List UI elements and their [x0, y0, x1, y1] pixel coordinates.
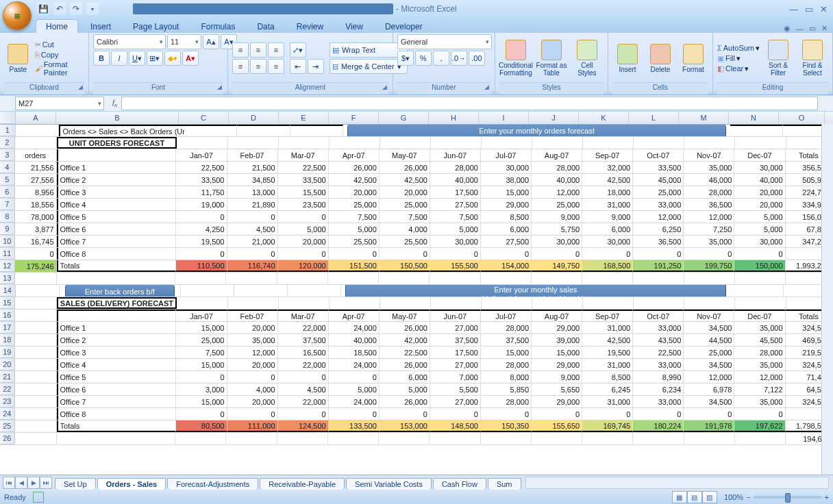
- close-button[interactable]: ✕: [820, 4, 828, 14]
- cell[interactable]: Totals: [57, 420, 177, 432]
- cell[interactable]: 11,750: [176, 186, 227, 198]
- cell[interactable]: 18,000: [582, 186, 633, 198]
- cell[interactable]: 30,000: [481, 162, 532, 173]
- cell[interactable]: [15, 420, 57, 432]
- cell[interactable]: Apr-07: [329, 149, 380, 161]
- cell[interactable]: Dec-07: [734, 149, 785, 161]
- cell[interactable]: 7,500: [430, 211, 481, 223]
- help-icon[interactable]: ◉: [784, 24, 791, 33]
- cell[interactable]: 43,500: [633, 334, 684, 346]
- cell[interactable]: Office 7: [57, 236, 177, 247]
- cell[interactable]: 28,000: [532, 162, 582, 173]
- cell[interactable]: 7,500: [329, 211, 380, 223]
- cell[interactable]: 42,500: [582, 174, 633, 186]
- cell[interactable]: 19,500: [176, 236, 227, 247]
- cell[interactable]: 15,000: [176, 359, 227, 370]
- cell[interactable]: 23,500: [278, 199, 329, 210]
- cell[interactable]: 4,000: [380, 223, 430, 235]
- cell[interactable]: 15,000: [176, 322, 227, 333]
- cell[interactable]: 40,000: [734, 174, 785, 186]
- cell[interactable]: Office 8: [57, 248, 177, 260]
- row-header-26[interactable]: 26: [0, 433, 15, 444]
- col-header-O[interactable]: O: [779, 112, 825, 124]
- cell[interactable]: [735, 273, 786, 284]
- cell[interactable]: [184, 125, 238, 136]
- row-header-19[interactable]: 19: [0, 346, 15, 358]
- cell[interactable]: [380, 137, 431, 149]
- cell[interactable]: 25,000: [380, 199, 430, 210]
- fx-icon[interactable]: fx: [112, 98, 117, 108]
- cell[interactable]: Aug-07: [532, 149, 582, 161]
- align-bottom-button[interactable]: ≡: [268, 42, 284, 58]
- zoom-in-button[interactable]: +: [825, 493, 829, 501]
- maximize-button[interactable]: ▭: [805, 4, 813, 14]
- vertical-scrollbar[interactable]: [821, 124, 833, 475]
- cell[interactable]: 42,500: [380, 174, 430, 186]
- cell[interactable]: 0: [430, 408, 481, 420]
- cell[interactable]: 0: [176, 371, 227, 383]
- cell[interactable]: 21,890: [227, 199, 278, 210]
- cell[interactable]: 38,000: [481, 174, 532, 186]
- cell[interactable]: 150,350: [481, 420, 532, 432]
- select-all-corner[interactable]: [0, 112, 16, 124]
- cell[interactable]: Oct-07: [633, 310, 684, 321]
- cell[interactable]: 6,000: [481, 223, 532, 235]
- cell[interactable]: [177, 137, 227, 149]
- cell[interactable]: 35,000: [734, 322, 785, 333]
- cell[interactable]: [228, 137, 279, 149]
- cell[interactable]: 29,000: [532, 396, 582, 407]
- cell[interactable]: 29,000: [532, 322, 582, 333]
- zoom-level[interactable]: 100%: [724, 493, 743, 501]
- formula-input[interactable]: [121, 97, 818, 110]
- cell[interactable]: 42,500: [329, 174, 380, 186]
- cell[interactable]: [482, 297, 532, 309]
- cell[interactable]: 9,000: [532, 371, 582, 383]
- cell[interactable]: 175,246: [15, 260, 57, 272]
- cell[interactable]: 5,000: [430, 223, 481, 235]
- cell[interactable]: [175, 433, 226, 444]
- cell[interactable]: 0: [278, 211, 329, 223]
- cell[interactable]: 28,000: [481, 359, 532, 370]
- cell[interactable]: [730, 125, 784, 136]
- view-page-layout-button[interactable]: ▤: [687, 491, 702, 503]
- cell[interactable]: 5,000: [329, 223, 380, 235]
- cell[interactable]: [431, 137, 482, 149]
- cell[interactable]: Office 8: [57, 408, 177, 420]
- cell[interactable]: 110,500: [176, 260, 227, 272]
- col-header-H[interactable]: H: [429, 112, 479, 124]
- sheet-nav-prev[interactable]: ◀: [15, 477, 27, 489]
- cell[interactable]: 26,000: [380, 162, 430, 173]
- cell[interactable]: May-07: [380, 310, 430, 321]
- cell[interactable]: 37,500: [278, 334, 329, 346]
- row-header-17[interactable]: 17: [0, 322, 15, 333]
- cell[interactable]: [290, 125, 344, 136]
- sheet-tab[interactable]: Cash Flow: [433, 478, 486, 490]
- cell[interactable]: Office 1: [57, 162, 177, 173]
- cell[interactable]: 35,000: [734, 396, 785, 407]
- cell[interactable]: 120,000: [278, 260, 329, 272]
- sort-filter-button[interactable]: Sort & Filter: [762, 35, 794, 81]
- cell[interactable]: 197,622: [734, 420, 785, 432]
- cell[interactable]: Office 5: [57, 211, 177, 223]
- cell[interactable]: 45,000: [633, 174, 684, 186]
- col-header-L[interactable]: L: [629, 112, 679, 124]
- cell[interactable]: 31,000: [582, 396, 633, 407]
- increase-decimal-button[interactable]: .0→: [451, 51, 467, 66]
- cell[interactable]: 0: [227, 371, 278, 383]
- row-header-12[interactable]: 12: [0, 260, 15, 272]
- cell[interactable]: 24,000: [329, 396, 380, 407]
- cell[interactable]: 25,000: [532, 199, 582, 210]
- cell[interactable]: [16, 285, 60, 297]
- number-dialog-launcher[interactable]: ◢: [484, 84, 489, 90]
- cell[interactable]: [380, 297, 431, 309]
- cell[interactable]: 0: [481, 248, 532, 260]
- cell[interactable]: 7,500: [176, 346, 227, 358]
- cell[interactable]: 12,000: [227, 346, 278, 358]
- cell[interactable]: 5,500: [430, 383, 481, 395]
- cell[interactable]: [735, 297, 786, 309]
- cell[interactable]: 30,000: [582, 236, 633, 247]
- cell[interactable]: [237, 125, 290, 136]
- cell[interactable]: [181, 285, 234, 297]
- percent-button[interactable]: %: [415, 51, 432, 66]
- minimize-button[interactable]: —: [789, 4, 798, 14]
